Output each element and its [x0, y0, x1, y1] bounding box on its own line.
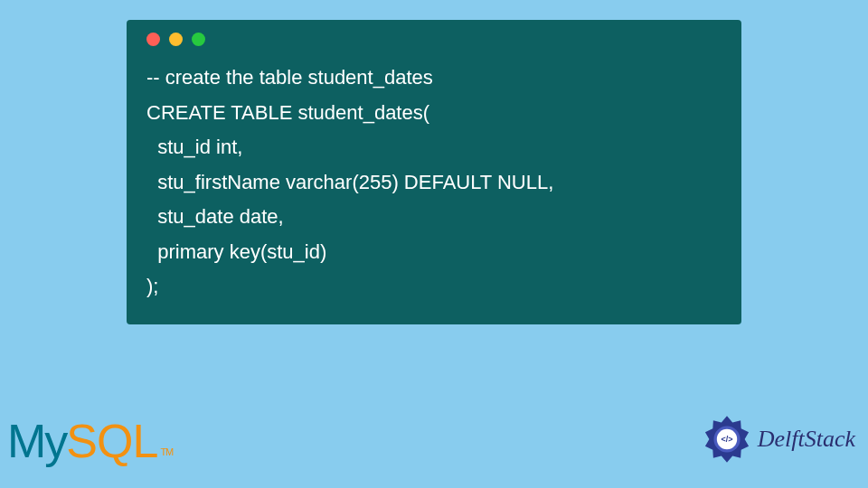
- delftstack-logo: </> DelftStack: [702, 414, 855, 465]
- mysql-tm-text: TM: [160, 446, 173, 468]
- gear-badge-icon: </>: [702, 414, 752, 465]
- mysql-logo: MySQLTM: [7, 414, 173, 468]
- code-block: -- create the table student_dates CREATE…: [146, 61, 722, 305]
- mysql-sql-text: SQL: [66, 414, 157, 468]
- code-line: CREATE TABLE student_dates(: [146, 101, 429, 124]
- svg-text:</>: </>: [721, 435, 732, 444]
- code-line: -- create the table student_dates: [146, 66, 433, 89]
- code-window: -- create the table student_dates CREATE…: [127, 20, 741, 324]
- code-line: stu_date date,: [146, 205, 284, 228]
- mysql-my-text: My: [7, 414, 66, 468]
- code-line: );: [146, 275, 158, 297]
- code-line: primary key(stu_id): [146, 240, 326, 263]
- code-line: stu_id int,: [146, 136, 242, 158]
- minimize-icon: [169, 33, 183, 46]
- window-traffic-lights: [146, 33, 722, 46]
- maximize-icon: [192, 33, 205, 46]
- delftstack-text: DelftStack: [758, 426, 855, 453]
- code-line: stu_firstName varchar(255) DEFAULT NULL,: [146, 171, 553, 193]
- close-icon: [146, 33, 160, 46]
